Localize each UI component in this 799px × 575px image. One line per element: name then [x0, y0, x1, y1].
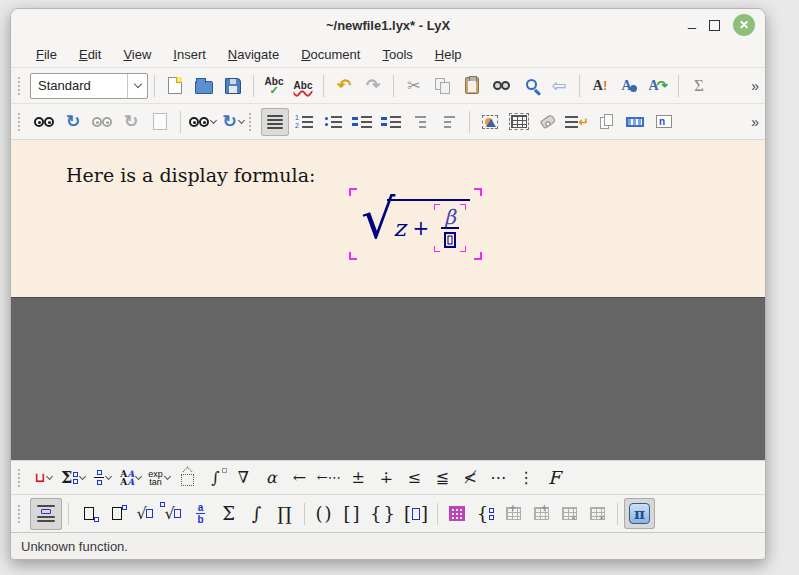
menu-help[interactable]: Help [426, 45, 471, 64]
view-button[interactable] [30, 108, 58, 136]
toolbar-grip[interactable] [18, 505, 24, 523]
close-button[interactable]: ✕ [733, 14, 755, 36]
delimiters-button[interactable]: [ ] [401, 500, 431, 528]
menu-file[interactable]: File [27, 45, 66, 64]
insert-pagebreak-button[interactable] [592, 108, 620, 136]
toolbar-grip[interactable] [18, 77, 24, 95]
math-nless-button[interactable]: ≮ [457, 464, 484, 492]
display-formula-toggle-button[interactable] [30, 498, 62, 530]
redo-button[interactable]: ↷ [359, 72, 387, 100]
description-list-button[interactable] [377, 108, 405, 136]
math-int-limits-button[interactable]: ∫ [202, 464, 229, 492]
menu-tools[interactable]: Tools [373, 45, 421, 64]
cases-button[interactable]: { [472, 500, 499, 528]
continuous-spellcheck-button[interactable]: Abc [289, 72, 317, 100]
insert-label-button[interactable] [534, 108, 562, 136]
parentheses-button[interactable]: () [311, 500, 338, 528]
bullet-list-button[interactable] [319, 108, 347, 136]
open-document-button[interactable] [190, 72, 218, 100]
save-button[interactable] [219, 72, 247, 100]
insert-table-button[interactable] [505, 108, 533, 136]
noun-style-button[interactable]: A [615, 72, 643, 100]
sum-button[interactable]: Σ [215, 500, 242, 528]
titlebar[interactable]: ~/newfile1.lyx* - LyX – ✕ [11, 9, 765, 41]
update-button[interactable]: ↻ [59, 108, 87, 136]
product-button[interactable]: ∏ [271, 500, 298, 528]
math-arrow-button[interactable]: ← [286, 464, 313, 492]
math-dash-arrow-button[interactable]: ←⋯ [314, 464, 344, 492]
insert-note-button[interactable]: n [650, 108, 678, 136]
increase-depth-button[interactable] [406, 108, 434, 136]
document-workarea[interactable]: Here is a display formula: √ z + β [11, 139, 765, 297]
math-panel-toggle-button[interactable]: π [624, 498, 655, 529]
math-greek-button[interactable]: α [258, 464, 285, 492]
braces-button[interactable]: {} [367, 500, 400, 528]
paragraph-justified-button[interactable] [261, 108, 289, 136]
navigate-back-button[interactable]: ⇦ [545, 72, 573, 100]
paragraph-text[interactable]: Here is a display formula: [66, 164, 315, 186]
update-other-formats-button[interactable]: ↻ [219, 108, 247, 136]
menu-document[interactable]: Document [292, 45, 369, 64]
math-nabla-button[interactable]: ∇ [230, 464, 257, 492]
view-source-button[interactable] [146, 108, 174, 136]
numbered-list-button[interactable]: 12 [290, 108, 318, 136]
insert-float-button[interactable]: ↵ [563, 108, 591, 136]
math-le-button[interactable]: ≤ [401, 464, 428, 492]
math-cdots-button[interactable]: ⋯ [485, 464, 512, 492]
maximize-button[interactable] [709, 20, 720, 31]
new-document-button[interactable] [161, 72, 189, 100]
math-mode-button[interactable]: Σ [685, 72, 713, 100]
paragraph-style-combo[interactable]: Standard [30, 73, 148, 99]
update-master-button[interactable]: ↻ [117, 108, 145, 136]
decrease-depth-button[interactable] [435, 108, 463, 136]
cut-button[interactable]: ✂ [400, 72, 428, 100]
empty-placeholder-box[interactable] [444, 232, 456, 248]
find-replace-button[interactable] [487, 72, 515, 100]
toolbar-grip[interactable] [18, 113, 24, 131]
insert-graphics-button[interactable] [476, 108, 504, 136]
undo-button[interactable]: ↶ [330, 72, 358, 100]
toolbar-overflow-button[interactable]: » [751, 114, 759, 130]
delete-row-button[interactable]: × [556, 500, 583, 528]
math-sum-limits-menu-button[interactable]: Σ [58, 464, 88, 492]
math-font-menu-button[interactable]: AA AA [117, 464, 144, 492]
matrix-button[interactable] [444, 500, 471, 528]
insert-box-button[interactable] [621, 108, 649, 136]
view-other-formats-button[interactable] [187, 108, 218, 136]
delete-column-button[interactable]: × [584, 500, 611, 528]
root-button[interactable]: √ [159, 500, 186, 528]
math-space-menu-button[interactable]: ⊔ [30, 464, 57, 492]
sqrt-button[interactable]: √ [131, 500, 158, 528]
math-formula[interactable]: √ z + β [361, 198, 470, 250]
menu-navigate[interactable]: Navigate [219, 45, 288, 64]
display-formula-inset[interactable]: √ z + β [349, 188, 482, 260]
labeled-list-button[interactable] [348, 108, 376, 136]
menu-edit[interactable]: Edit [70, 45, 110, 64]
emphasis-button[interactable]: A ! [586, 72, 614, 100]
math-decoration-button[interactable] [174, 464, 201, 492]
formula-fraction[interactable]: β [436, 206, 464, 250]
math-pm-button[interactable]: ± [345, 464, 372, 492]
math-frak-button[interactable]: F [541, 464, 568, 492]
superscript-button[interactable] [103, 500, 130, 528]
menu-insert[interactable]: Insert [164, 45, 215, 64]
integral-button[interactable]: ∫ [243, 500, 270, 528]
math-fraction-menu-button[interactable] [89, 464, 116, 492]
toolbar-grip[interactable] [249, 113, 255, 131]
view-master-button[interactable] [88, 108, 116, 136]
spellcheck-button[interactable]: Abc ✓ [260, 72, 288, 100]
add-row-button[interactable]: + [500, 500, 527, 528]
add-column-button[interactable]: + [528, 500, 555, 528]
apply-style-button[interactable]: A ↷ [644, 72, 672, 100]
minimize-button[interactable]: – [688, 22, 696, 32]
search-button[interactable] [516, 72, 544, 100]
brackets-button[interactable]: [] [339, 500, 366, 528]
toolbar-grip[interactable] [18, 469, 24, 487]
math-functions-menu-button[interactable]: exp tan [145, 464, 173, 492]
menu-view[interactable]: View [114, 45, 160, 64]
math-vdots-button[interactable]: ⋮ [513, 464, 540, 492]
math-dotplus-button[interactable]: ∔ [373, 464, 400, 492]
toolbar-overflow-button[interactable]: » [751, 78, 759, 94]
combo-dropdown[interactable] [127, 74, 147, 98]
fraction-button[interactable]: ab [187, 500, 214, 528]
